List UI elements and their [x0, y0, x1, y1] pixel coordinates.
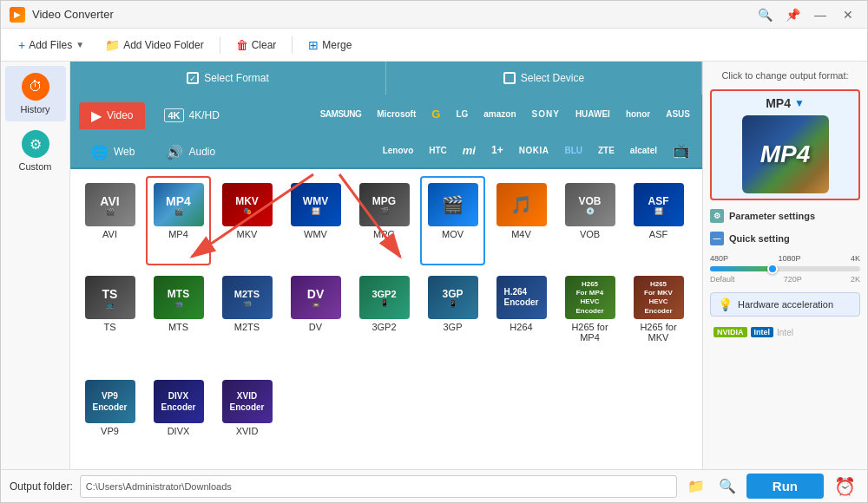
- mp4-preview: MP4: [742, 115, 829, 193]
- format-grid: AVI 🎬 AVI MP4 🎬 MP4 MKV 🎭: [70, 169, 702, 469]
- brand-tv[interactable]: 📺: [667, 140, 695, 160]
- brand-apple[interactable]: [299, 112, 310, 115]
- select-format-tab[interactable]: Select Format: [70, 62, 386, 95]
- format-preview-box[interactable]: MP4 ▼ MP4: [710, 89, 860, 200]
- ts-label: TS: [103, 322, 115, 332]
- format-m4v[interactable]: 🎵 M4V: [489, 176, 554, 265]
- format-xvid[interactable]: XVIDEncoder XVID: [214, 373, 279, 462]
- merge-button[interactable]: ⊞ Merge: [299, 35, 360, 56]
- pin-button[interactable]: 📌: [782, 4, 803, 25]
- format-3gp2[interactable]: 3GP2 📱 3GP2: [352, 269, 417, 369]
- brand-oneplus[interactable]: 1+: [486, 142, 509, 158]
- brand-mi[interactable]: mi: [457, 142, 481, 159]
- web-category[interactable]: 🌐 Web: [79, 139, 147, 166]
- format-h265mkv[interactable]: H265For MKVHEVCEncoder H265 for MKV: [626, 269, 691, 369]
- sidebar-item-history[interactable]: ⏱ History: [5, 66, 66, 121]
- vp9-label: VP9: [101, 426, 119, 436]
- format-vob[interactable]: VOB 💿 VOB: [557, 176, 622, 265]
- format-3gp[interactable]: 3GP 📱 3GP: [420, 269, 485, 369]
- timer-button[interactable]: ⏰: [831, 473, 858, 500]
- app-title: Video Converter: [32, 8, 754, 21]
- brand-htc[interactable]: HTC: [424, 144, 452, 157]
- format-divx[interactable]: DIVXEncoder DIVX: [146, 373, 211, 462]
- format-dropdown-text: MP4: [766, 96, 791, 110]
- mkv-label: MKV: [237, 229, 258, 239]
- brand-alcatel[interactable]: alcatel: [625, 144, 662, 157]
- hd-category[interactable]: 4K 4K/HD: [152, 103, 231, 127]
- format-h265mp4[interactable]: H265For MP4HEVCEncoder H265 for MP4: [557, 269, 622, 369]
- sidebar: ⏱ History ⚙ Custom: [1, 62, 70, 469]
- clear-button[interactable]: 🗑 Clear: [227, 35, 286, 56]
- add-icon: +: [18, 38, 25, 52]
- titlebar-controls: 🔍 📌 — ✕: [754, 4, 858, 25]
- brand-nokia[interactable]: NOKIA: [514, 144, 555, 157]
- h265mkv-icon: H265For MKVHEVCEncoder: [634, 276, 684, 319]
- category-row2: 🌐 Web 🔊 Audio Lenovo HTC mi 1+ NOKIA BLU: [70, 133, 702, 169]
- hardware-acceleration-button[interactable]: 💡 Hardware acceleration: [710, 292, 860, 317]
- format-ts[interactable]: TS 📺 TS: [77, 269, 142, 369]
- brand-honor[interactable]: honor: [621, 108, 655, 121]
- h264-icon: H.264Encoder: [496, 276, 547, 319]
- mpg-icon: MPG 🎬: [359, 183, 410, 226]
- search-button[interactable]: 🔍: [754, 4, 775, 25]
- video-category[interactable]: ▶ Video: [79, 102, 145, 129]
- mp4-label: MP4: [168, 229, 188, 239]
- h265mkv-label: H265 for MKV: [631, 322, 686, 343]
- run-button[interactable]: Run: [746, 474, 824, 499]
- brand-zte[interactable]: ZTE: [593, 144, 620, 157]
- history-icon: ⏱: [22, 73, 49, 101]
- brand-google[interactable]: G: [426, 106, 445, 122]
- format-h264[interactable]: H.264Encoder H264: [489, 269, 554, 369]
- output-path-input[interactable]: [80, 475, 677, 498]
- divx-label: DIVX: [168, 426, 190, 436]
- brand-huawei[interactable]: HUAWEI: [570, 108, 615, 121]
- format-vp9[interactable]: VP9Encoder VP9: [77, 373, 142, 462]
- brand-row: SAMSUNG Microsoft G LG amazon SONY HUAWE…: [237, 106, 695, 122]
- sidebar-item-custom[interactable]: ⚙ Custom: [5, 123, 66, 179]
- brand-microsoft[interactable]: Microsoft: [372, 108, 421, 121]
- preview-button[interactable]: 🔍: [715, 474, 740, 499]
- avi-label: AVI: [102, 229, 117, 239]
- xvid-icon: XVIDEncoder: [222, 380, 273, 423]
- format-dropdown[interactable]: MP4 ▼: [766, 96, 805, 110]
- m4v-icon: 🎵: [496, 183, 547, 226]
- brand-amazon[interactable]: amazon: [478, 108, 521, 121]
- minimize-button[interactable]: —: [810, 4, 831, 25]
- format-mts[interactable]: MTS 📹 MTS: [146, 269, 211, 369]
- brand-lenovo[interactable]: Lenovo: [378, 144, 419, 157]
- 3gp-icon: 3GP 📱: [428, 276, 478, 319]
- brand-lg[interactable]: LG: [450, 108, 473, 121]
- 3gp2-icon: 3GP2 📱: [359, 276, 410, 319]
- format-wmv[interactable]: WMV 🪟 WMV: [283, 176, 348, 265]
- output-folder-label: Output folder:: [10, 480, 73, 493]
- format-avi[interactable]: AVI 🎬 AVI: [77, 176, 142, 265]
- add-files-button[interactable]: + Add Files ▼: [10, 35, 93, 56]
- brand-sony[interactable]: SONY: [527, 108, 565, 121]
- quick-setting-header: — Quick setting: [710, 232, 860, 245]
- format-mkv[interactable]: MKV 🎭 MKV: [214, 176, 279, 265]
- brand-blu[interactable]: BLU: [559, 144, 588, 157]
- vob-icon: VOB 💿: [565, 183, 615, 226]
- intel-badge: Intel: [751, 327, 774, 337]
- divx-icon: DIVXEncoder: [154, 380, 204, 423]
- audio-category[interactable]: 🔊 Audio: [154, 139, 227, 166]
- param-settings-header[interactable]: ⚙ Parameter settings: [710, 209, 860, 223]
- format-mp4[interactable]: MP4 🎬 MP4: [146, 176, 211, 265]
- brand-samsung[interactable]: SAMSUNG: [315, 108, 367, 121]
- slider-thumb[interactable]: [767, 264, 778, 274]
- browse-folder-button[interactable]: 📁: [684, 474, 708, 499]
- gpu-row: NVIDIA Intel Intel: [710, 325, 860, 339]
- quality-slider[interactable]: 480P 1080P 4K Default 720P 2K: [710, 254, 860, 284]
- slider-track[interactable]: [710, 266, 860, 271]
- close-button[interactable]: ✕: [838, 4, 858, 25]
- format-device-panel: Select Format Select Device ▶ Video 4K: [70, 62, 702, 169]
- m2ts-icon: M2TS 📹: [222, 276, 273, 319]
- add-folder-button[interactable]: 📁 Add Video Folder: [96, 35, 213, 56]
- format-asf[interactable]: ASF 🪟 ASF: [626, 176, 691, 265]
- format-mov[interactable]: 🎬 MOV: [420, 176, 485, 265]
- format-mpg[interactable]: MPG 🎬 MPG: [352, 176, 417, 265]
- select-device-tab[interactable]: Select Device: [386, 62, 702, 95]
- format-m2ts[interactable]: M2TS 📹 M2TS: [214, 269, 279, 369]
- brand-asus[interactable]: ASUS: [661, 108, 695, 121]
- format-dv[interactable]: DV 📼 DV: [283, 269, 348, 369]
